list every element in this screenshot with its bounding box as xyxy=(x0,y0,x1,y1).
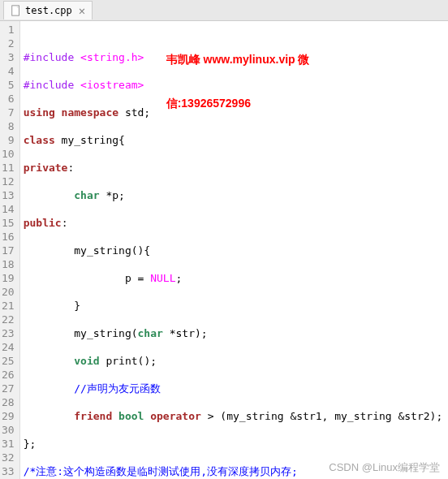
line-number: 26 xyxy=(2,368,15,382)
overlay-line1: 韦凯峰 www.mylinux.vip 微 xyxy=(166,52,310,67)
line-number: 4 xyxy=(2,64,15,78)
line-number: 29 xyxy=(2,409,15,423)
code-line: public: xyxy=(24,216,445,230)
line-number: 10 xyxy=(2,147,15,161)
overlay-text: 韦凯峰 www.mylinux.vip 微 信:13926572996 xyxy=(166,23,310,140)
watermark: CSDN @Linux编程学堂 xyxy=(329,460,440,474)
line-number: 23 xyxy=(2,326,15,340)
line-number: 22 xyxy=(2,313,15,326)
line-number: 8 xyxy=(2,119,15,133)
overlay-line2: 信:13926572996 xyxy=(166,96,310,110)
file-icon xyxy=(11,5,22,16)
code-line: p = NULL; xyxy=(24,271,445,285)
code-line: } xyxy=(24,299,445,313)
code-line: }; xyxy=(24,437,445,451)
code-line: my_string(){ xyxy=(24,244,445,257)
line-number: 20 xyxy=(2,285,15,299)
line-number: 27 xyxy=(2,382,15,395)
line-number: 9 xyxy=(2,133,15,147)
line-number: 32 xyxy=(2,451,15,464)
line-gutter: 1234567891011121314151617181920212223242… xyxy=(0,21,20,479)
line-number: 24 xyxy=(2,340,15,354)
line-number: 5 xyxy=(2,78,15,92)
tab-bar: test.cpp ✕ xyxy=(0,0,448,21)
code-line: void print(); xyxy=(24,354,445,368)
code-editor[interactable]: 1234567891011121314151617181920212223242… xyxy=(0,21,448,479)
line-number: 19 xyxy=(2,271,15,285)
line-number: 11 xyxy=(2,161,15,175)
line-number: 13 xyxy=(2,188,15,202)
code-line: my_string(char *str); xyxy=(24,326,445,340)
line-number: 28 xyxy=(2,395,15,409)
file-tab[interactable]: test.cpp ✕ xyxy=(3,1,93,19)
line-number: 12 xyxy=(2,175,15,188)
line-number: 3 xyxy=(2,50,15,64)
line-number: 7 xyxy=(2,106,15,119)
close-icon[interactable]: ✕ xyxy=(79,4,85,17)
line-number: 15 xyxy=(2,216,15,230)
code-area[interactable]: 韦凯峰 www.mylinux.vip 微 信:13926572996 #inc… xyxy=(20,21,448,479)
code-line: char *p; xyxy=(24,188,445,202)
line-number: 6 xyxy=(2,92,15,106)
code-line: friend bool operator > (my_string &str1,… xyxy=(24,409,445,423)
line-number: 17 xyxy=(2,244,15,257)
code-line: //声明为友元函数 xyxy=(24,382,445,395)
line-number: 18 xyxy=(2,257,15,271)
line-number: 21 xyxy=(2,299,15,313)
line-number: 25 xyxy=(2,354,15,368)
line-number: 1 xyxy=(2,23,15,37)
code-line: private: xyxy=(24,161,445,175)
line-number: 14 xyxy=(2,202,15,216)
tab-filename: test.cpp xyxy=(25,5,72,16)
line-number: 33 xyxy=(2,464,15,478)
line-number: 31 xyxy=(2,437,15,451)
line-number: 16 xyxy=(2,230,15,244)
line-number: 2 xyxy=(2,37,15,50)
line-number: 30 xyxy=(2,423,15,437)
